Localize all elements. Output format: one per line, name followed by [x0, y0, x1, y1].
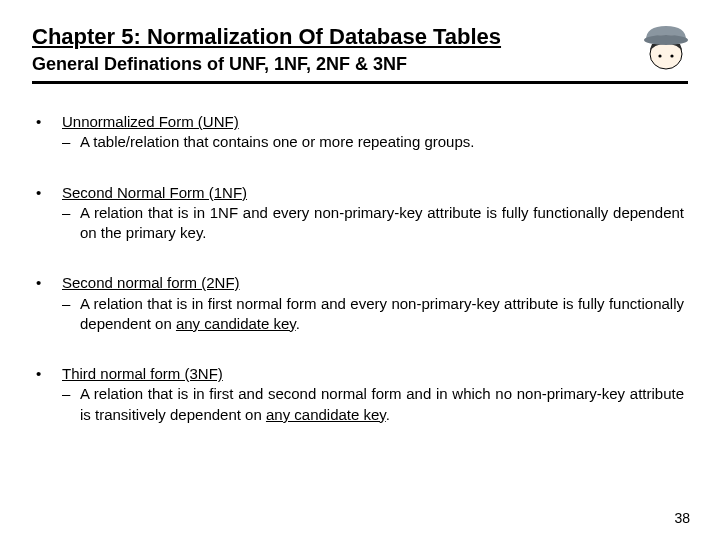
avatar-icon — [638, 16, 694, 72]
svg-point-1 — [644, 35, 688, 45]
definition-term: Second Normal Form (1NF) — [62, 183, 247, 203]
definition-term: Second normal form (2NF) — [62, 273, 240, 293]
definition-text: A relation that is in first and second n… — [80, 384, 684, 425]
definition-term: Third normal form (3NF) — [62, 364, 223, 384]
content-area: • Unnormalized Form (UNF) – A table/rela… — [32, 112, 688, 425]
bullet-icon: • — [36, 273, 62, 293]
definition-text: A relation that is in first normal form … — [80, 294, 684, 335]
page-number: 38 — [674, 510, 690, 526]
definition-text: A relation that is in 1NF and every non-… — [80, 203, 684, 244]
dash-icon: – — [62, 294, 80, 335]
definition-item: • Second Normal Form (1NF) – A relation … — [36, 183, 684, 244]
bullet-icon: • — [36, 112, 62, 132]
svg-point-3 — [670, 54, 673, 57]
dash-icon: – — [62, 384, 80, 425]
slide-header: Chapter 5: Normalization Of Database Tab… — [32, 24, 688, 84]
svg-point-2 — [658, 54, 661, 57]
bullet-icon: • — [36, 183, 62, 203]
definition-term: Unnormalized Form (UNF) — [62, 112, 239, 132]
definition-item: • Second normal form (2NF) – A relation … — [36, 273, 684, 334]
dash-icon: – — [62, 203, 80, 244]
bullet-icon: • — [36, 364, 62, 384]
definition-text: A table/relation that contains one or mo… — [80, 132, 684, 152]
definition-item: • Unnormalized Form (UNF) – A table/rela… — [36, 112, 684, 153]
dash-icon: – — [62, 132, 80, 152]
chapter-title: Chapter 5: Normalization Of Database Tab… — [32, 24, 688, 50]
slide-subtitle: General Definations of UNF, 1NF, 2NF & 3… — [32, 54, 688, 75]
definition-item: • Third normal form (3NF) – A relation t… — [36, 364, 684, 425]
